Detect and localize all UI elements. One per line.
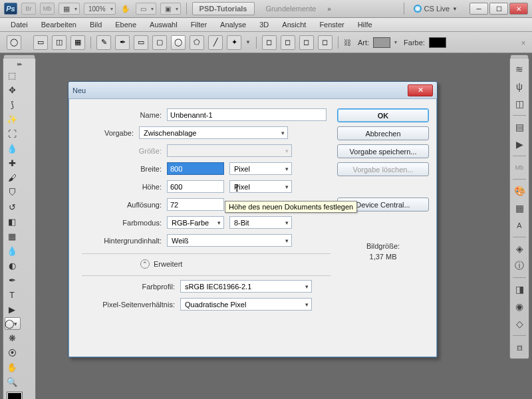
hand-tool[interactable]: ✋ bbox=[5, 360, 19, 374]
line-shape-button[interactable]: ╱ bbox=[208, 35, 223, 50]
height-unit-dropdown[interactable]: Pixel bbox=[229, 180, 292, 193]
menu-ebene[interactable]: Ebene bbox=[108, 19, 143, 31]
farbe-swatch[interactable] bbox=[429, 37, 446, 48]
pathop-intersect-button[interactable]: ◻ bbox=[299, 35, 314, 50]
dodge-tool[interactable]: ◐ bbox=[5, 259, 19, 272]
screenmode-dropdown[interactable]: ▣ bbox=[160, 3, 181, 15]
swatches-panel-icon[interactable]: ▦ bbox=[512, 201, 527, 215]
window-maximize-button[interactable]: ☐ bbox=[489, 3, 508, 15]
blur-tool[interactable]: 💧 bbox=[5, 244, 19, 257]
marquee-tool[interactable]: ⬚ bbox=[5, 68, 19, 82]
pathop-add-button[interactable]: ◻ bbox=[262, 35, 277, 50]
rect-shape-button[interactable]: ▭ bbox=[134, 35, 148, 50]
3d-camera-tool[interactable]: ⦿ bbox=[5, 346, 19, 359]
window-minimize-button[interactable]: ─ bbox=[469, 3, 488, 15]
ellipse-shape-tool[interactable]: ◯ bbox=[5, 317, 21, 330]
menu-auswahl[interactable]: Auswahl bbox=[143, 19, 184, 31]
menu-datei[interactable]: Datei bbox=[4, 19, 35, 31]
navigator-panel-icon[interactable]: ◈ bbox=[512, 241, 527, 256]
dialog-close-button[interactable]: ✕ bbox=[408, 84, 433, 96]
3d-tool[interactable]: ❋ bbox=[5, 331, 19, 344]
gradient-tool[interactable]: ▦ bbox=[5, 229, 19, 243]
zoom-tool[interactable]: 🔍 bbox=[5, 375, 19, 388]
profile-dropdown[interactable]: sRGB IEC61966-2.1 bbox=[180, 280, 312, 293]
healing-brush-tool[interactable]: ✚ bbox=[5, 156, 19, 170]
roundrect-shape-button[interactable]: ▢ bbox=[152, 35, 167, 50]
eyedropper-tool[interactable]: 💧 bbox=[5, 142, 19, 155]
menu-bearbeiten[interactable]: Bearbeiten bbox=[35, 19, 83, 31]
minibridge-button[interactable]: Mb bbox=[40, 3, 55, 15]
color-panel-icon[interactable]: 🎨 bbox=[512, 184, 527, 198]
type-tool[interactable]: T bbox=[5, 288, 19, 301]
3d-panel-icon[interactable]: ⧈ bbox=[512, 340, 527, 354]
foreground-color-swatch[interactable] bbox=[7, 392, 22, 399]
preset-dropdown[interactable]: Zwischenablage bbox=[139, 126, 288, 139]
cancel-button[interactable]: Abbrechen bbox=[337, 126, 429, 140]
adjustments-panel-icon[interactable]: ≋ bbox=[512, 62, 527, 76]
pen-tool[interactable]: ✒ bbox=[5, 273, 19, 287]
name-input[interactable] bbox=[167, 108, 327, 121]
info-panel-icon[interactable]: ⓘ bbox=[512, 259, 527, 273]
advanced-toggle[interactable]: ⌃ Erweitert bbox=[82, 255, 331, 271]
brush-tool[interactable]: 🖌 bbox=[5, 171, 19, 184]
cslive-button[interactable]: CS Live ▼ bbox=[410, 5, 462, 13]
ellipse-shape-button[interactable]: ◯ bbox=[171, 35, 186, 50]
colormode-dropdown[interactable]: RGB-Farbe bbox=[167, 216, 224, 229]
height-input[interactable] bbox=[167, 180, 224, 193]
shape-layers-button[interactable]: ▭ bbox=[33, 35, 48, 50]
collapse-icon[interactable]: ▸▸ bbox=[5, 61, 34, 67]
bitdepth-dropdown[interactable]: 8-Bit bbox=[229, 216, 292, 229]
dialog-titlebar[interactable]: Neu ✕ bbox=[68, 82, 437, 99]
menu-3d[interactable]: 3D bbox=[253, 19, 275, 31]
menu-bild[interactable]: Bild bbox=[83, 19, 108, 31]
menu-hilfe[interactable]: Hilfe bbox=[351, 19, 379, 31]
custom-shape-button[interactable]: ✦ bbox=[227, 35, 241, 50]
channels-panel-icon[interactable]: ◉ bbox=[512, 299, 527, 314]
workspace-tab-active[interactable]: PSD-Tutorials bbox=[192, 2, 255, 15]
zoom-dropdown[interactable]: 100% bbox=[84, 3, 116, 15]
menu-fenster[interactable]: Fenster bbox=[313, 19, 350, 31]
clone-stamp-tool[interactable]: ⛉ bbox=[5, 186, 19, 199]
pathop-exclude-button[interactable]: ◻ bbox=[318, 35, 332, 50]
layers-panel-icon[interactable]: ◨ bbox=[512, 282, 527, 297]
pen-shape-icon[interactable]: ✎ bbox=[96, 35, 111, 50]
lasso-tool[interactable]: ⟆ bbox=[5, 98, 19, 111]
arrange-dropdown[interactable]: ▭ bbox=[136, 3, 156, 15]
tool-preset-button[interactable]: ◯ bbox=[7, 35, 21, 50]
menu-analyse[interactable]: Analyse bbox=[213, 19, 253, 31]
brushes-panel-icon[interactable]: ψ bbox=[512, 79, 527, 94]
pathop-subtract-button[interactable]: ◻ bbox=[281, 35, 295, 50]
move-tool[interactable]: ✥ bbox=[5, 83, 19, 96]
magic-wand-tool[interactable]: ✨ bbox=[5, 112, 19, 126]
fg-bg-color[interactable] bbox=[5, 391, 34, 399]
more-workspaces-icon[interactable]: » bbox=[327, 5, 329, 13]
document-close-icon[interactable]: × bbox=[519, 39, 528, 48]
link-icon[interactable]: ⛓ bbox=[344, 39, 351, 47]
width-input[interactable] bbox=[167, 162, 224, 175]
eraser-tool[interactable]: ◧ bbox=[5, 215, 19, 228]
paths-panel-icon[interactable]: ◇ bbox=[512, 317, 527, 331]
history-panel-icon[interactable]: ▤ bbox=[512, 120, 527, 134]
fill-pixels-button[interactable]: ▦ bbox=[70, 35, 85, 50]
minibridge-panel-icon[interactable]: Mb bbox=[512, 160, 527, 175]
chevron-down-icon[interactable]: ▾ bbox=[394, 39, 397, 45]
view-extras-dropdown[interactable]: ▦ bbox=[59, 3, 80, 15]
window-close-button[interactable]: ✕ bbox=[509, 3, 528, 15]
workspace-tab[interactable]: Grundelemente bbox=[259, 2, 324, 15]
styles-panel-icon[interactable]: ◫ bbox=[512, 96, 527, 111]
par-dropdown[interactable]: Quadratische Pixel bbox=[180, 298, 312, 311]
ok-button[interactable]: OK bbox=[337, 108, 429, 122]
paths-button[interactable]: ◫ bbox=[52, 35, 66, 50]
history-brush-tool[interactable]: ↺ bbox=[5, 200, 19, 213]
bgcontent-dropdown[interactable]: Weiß bbox=[167, 234, 292, 247]
polygon-shape-button[interactable]: ⬠ bbox=[190, 35, 204, 50]
chevron-down-icon[interactable]: ▼ bbox=[245, 39, 251, 45]
freeform-pen-icon[interactable]: ✒ bbox=[115, 35, 130, 50]
hand-icon[interactable]: ✋ bbox=[120, 3, 132, 15]
actions-panel-icon[interactable]: ▶ bbox=[512, 137, 527, 152]
menu-filter[interactable]: Filter bbox=[184, 19, 213, 31]
menu-ansicht[interactable]: Ansicht bbox=[275, 19, 313, 31]
character-panel-icon[interactable]: A bbox=[512, 218, 527, 233]
art-swatch[interactable] bbox=[373, 37, 390, 48]
bridge-button[interactable]: Br bbox=[21, 3, 36, 15]
